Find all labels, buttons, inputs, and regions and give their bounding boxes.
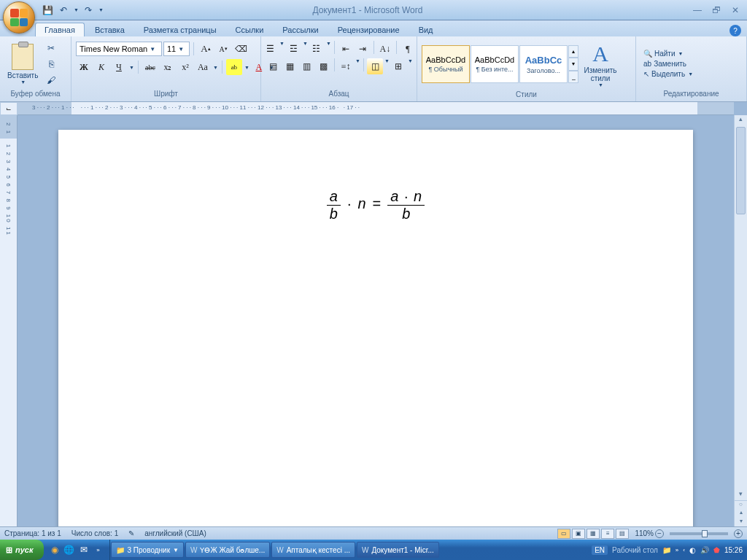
shrink-font-button[interactable]: A▾: [215, 41, 231, 57]
numbering-button[interactable]: ☲: [285, 41, 301, 57]
borders-button[interactable]: ⊞: [390, 58, 406, 74]
view-outline[interactable]: ≡: [601, 529, 614, 539]
strike-button[interactable]: abc: [142, 59, 158, 75]
style-down[interactable]: ▾: [568, 58, 578, 70]
document-area[interactable]: ab ∙ n = a ∙ nb: [18, 115, 734, 526]
multilevel-dd[interactable]: ▼: [326, 41, 331, 57]
status-language[interactable]: английский (США): [144, 529, 206, 537]
show-marks-button[interactable]: ¶: [400, 41, 416, 57]
line-spacing-button[interactable]: ≡↕: [338, 58, 354, 74]
view-print[interactable]: ▭: [557, 529, 570, 539]
spacing-dd[interactable]: ▼: [355, 58, 360, 74]
indent-button[interactable]: ⇥: [355, 41, 371, 57]
find-button[interactable]: 🔍Найти▼: [642, 49, 740, 58]
subscript-button[interactable]: x₂: [160, 59, 176, 75]
view-draft[interactable]: ▤: [616, 529, 629, 539]
ruler-vertical[interactable]: 2 1 1 2 3 4 5 6 7 8 9 10 11: [0, 115, 18, 526]
select-button[interactable]: ↖Выделить▼: [642, 69, 740, 79]
help-button[interactable]: ?: [729, 25, 741, 36]
tray-expand[interactable]: »: [676, 547, 678, 553]
font-size-combo[interactable]: 11▼: [163, 42, 190, 56]
italic-button[interactable]: К: [93, 59, 109, 75]
desktop-toolbar[interactable]: Рабочий стол: [612, 546, 658, 554]
align-center-button[interactable]: ▦: [282, 58, 298, 74]
sort-button[interactable]: A↓: [377, 41, 393, 57]
bullets-dd[interactable]: ▼: [279, 41, 285, 57]
zoom-value[interactable]: 110%: [635, 529, 654, 537]
ql-amigo[interactable]: ◉: [48, 543, 61, 556]
task-word3[interactable]: WДокумент1 - Micr...: [357, 542, 439, 558]
close-button[interactable]: ✕: [728, 5, 743, 15]
style-more[interactable]: ⎯: [568, 71, 578, 83]
view-fullscreen[interactable]: ▣: [572, 529, 585, 539]
ruler-horizontal[interactable]: 3 · · · 2 · · · 1 · · · · · · 1 · · · 2 …: [18, 102, 734, 115]
task-word1[interactable]: WҮӨЖ Жай бөлше...: [185, 542, 270, 558]
replace-button[interactable]: abЗаменить: [642, 59, 740, 69]
highlight-button[interactable]: ab: [226, 59, 242, 75]
clear-format-button[interactable]: ⌫: [233, 41, 249, 57]
tab-layout[interactable]: Разметка страницы: [135, 23, 225, 36]
zoom-out[interactable]: −: [655, 529, 664, 538]
tray-shield[interactable]: ⬟: [713, 546, 720, 554]
bullets-button[interactable]: ☰: [262, 41, 278, 57]
tray-volume[interactable]: 🔊: [700, 546, 709, 554]
zoom-in[interactable]: +: [734, 529, 743, 538]
ruler-corner[interactable]: ⌙: [0, 102, 18, 115]
highlight-dropdown[interactable]: ▼: [244, 65, 249, 70]
tab-review[interactable]: Рецензирование: [329, 23, 409, 36]
desktop-icon[interactable]: 📁: [662, 546, 671, 554]
minimize-button[interactable]: —: [690, 5, 705, 15]
tray-chevron[interactable]: ‹: [683, 547, 685, 553]
underline-dropdown[interactable]: ▼: [129, 65, 134, 70]
zoom-slider[interactable]: [670, 532, 728, 535]
scrollbar-vertical[interactable]: ▴ ▾ ○ ▴ ▾: [734, 115, 747, 526]
shading-button[interactable]: ◫: [367, 58, 383, 74]
tray-network[interactable]: ◐: [689, 546, 696, 554]
format-painter-button[interactable]: 🖌: [44, 73, 58, 88]
tab-insert[interactable]: Вставка: [86, 23, 133, 36]
align-left-button[interactable]: ▤: [265, 58, 281, 74]
clock[interactable]: 15:26: [724, 546, 743, 554]
font-family-combo[interactable]: Times New Roman▼: [76, 42, 162, 56]
superscript-button[interactable]: x²: [177, 59, 193, 75]
ql-more[interactable]: »: [92, 543, 105, 556]
justify-button[interactable]: ▩: [315, 58, 331, 74]
cut-button[interactable]: ✂: [44, 41, 58, 55]
equation[interactable]: ab ∙ n = a ∙ nb: [131, 188, 620, 222]
task-word2[interactable]: WАпталық кестесі ...: [271, 542, 355, 558]
task-explorer[interactable]: 📁3 Проводник▼: [111, 542, 184, 558]
status-words[interactable]: Число слов: 1: [71, 529, 118, 537]
status-proofing[interactable]: ✎: [128, 529, 134, 537]
language-indicator[interactable]: EN: [592, 545, 608, 555]
tab-view[interactable]: Вид: [410, 23, 442, 36]
office-button[interactable]: [3, 1, 35, 34]
copy-button[interactable]: ⎘: [44, 57, 58, 71]
numbering-dd[interactable]: ▼: [303, 41, 308, 57]
case-dropdown[interactable]: ▼: [213, 65, 218, 70]
tab-home[interactable]: Главная: [35, 23, 85, 36]
change-styles-button[interactable]: A Изменить стили ▼: [580, 39, 621, 89]
status-page[interactable]: Страница: 1 из 1: [4, 529, 61, 537]
ql-mail[interactable]: ✉: [77, 543, 90, 556]
change-case-button[interactable]: Aa: [195, 59, 211, 75]
borders-dd[interactable]: ▼: [408, 58, 413, 74]
grow-font-button[interactable]: A▴: [198, 41, 214, 57]
tab-references[interactable]: Ссылки: [227, 23, 273, 36]
style-up[interactable]: ▴: [568, 45, 578, 58]
align-right-button[interactable]: ▥: [298, 58, 314, 74]
page[interactable]: ab ∙ n = a ∙ nb: [58, 130, 693, 526]
underline-button[interactable]: Ч: [111, 59, 127, 75]
ql-chrome[interactable]: 🌐: [63, 543, 76, 556]
multilevel-button[interactable]: ☷: [309, 41, 325, 57]
shading-dd[interactable]: ▼: [384, 58, 390, 74]
style-nospacing[interactable]: AaBbCcDd ¶ Без инте...: [471, 45, 519, 83]
view-web[interactable]: ▦: [587, 529, 600, 539]
style-normal[interactable]: AaBbCcDd ¶ Обычный: [422, 45, 470, 83]
scroll-thumb[interactable]: [736, 127, 746, 214]
restore-button[interactable]: 🗗: [709, 5, 724, 15]
paste-button[interactable]: Вставить ▼: [3, 39, 42, 89]
tab-mailings[interactable]: Рассылки: [274, 23, 327, 36]
zoom-thumb[interactable]: [702, 530, 708, 537]
bold-button[interactable]: Ж: [76, 59, 92, 75]
dedent-button[interactable]: ⇤: [338, 41, 354, 57]
